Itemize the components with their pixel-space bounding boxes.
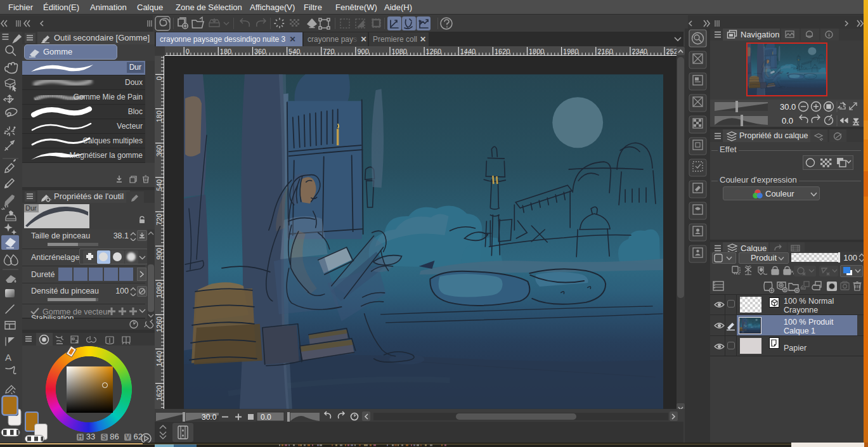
svg-text:720: 720 bbox=[155, 214, 163, 225]
svg-text:1440: 1440 bbox=[155, 351, 163, 366]
svg-text:900: 900 bbox=[155, 248, 163, 259]
svg-text:30.0: 30.0 bbox=[780, 102, 796, 112]
svg-text:180: 180 bbox=[155, 111, 163, 122]
svg-text:A: A bbox=[5, 352, 11, 363]
svg-text:1620: 1620 bbox=[155, 385, 163, 401]
svg-text:1800: 1800 bbox=[529, 48, 544, 55]
svg-text:0.0: 0.0 bbox=[782, 116, 793, 126]
svg-text:360: 360 bbox=[155, 145, 163, 157]
svg-text:540: 540 bbox=[155, 179, 163, 191]
svg-text:1260: 1260 bbox=[426, 48, 441, 55]
svg-text:0: 0 bbox=[155, 76, 163, 80]
svg-text:0.0: 0.0 bbox=[261, 413, 271, 422]
svg-text:1080: 1080 bbox=[155, 282, 163, 297]
svg-text:30.0: 30.0 bbox=[202, 413, 217, 422]
svg-text:2340: 2340 bbox=[632, 48, 647, 55]
svg-text:1260: 1260 bbox=[155, 316, 163, 332]
svg-text:1980: 1980 bbox=[563, 48, 578, 55]
svg-text:2160: 2160 bbox=[597, 48, 612, 55]
svg-text:1440: 1440 bbox=[460, 48, 476, 55]
svg-text:1620: 1620 bbox=[495, 48, 510, 55]
svg-text:1080: 1080 bbox=[392, 48, 407, 55]
